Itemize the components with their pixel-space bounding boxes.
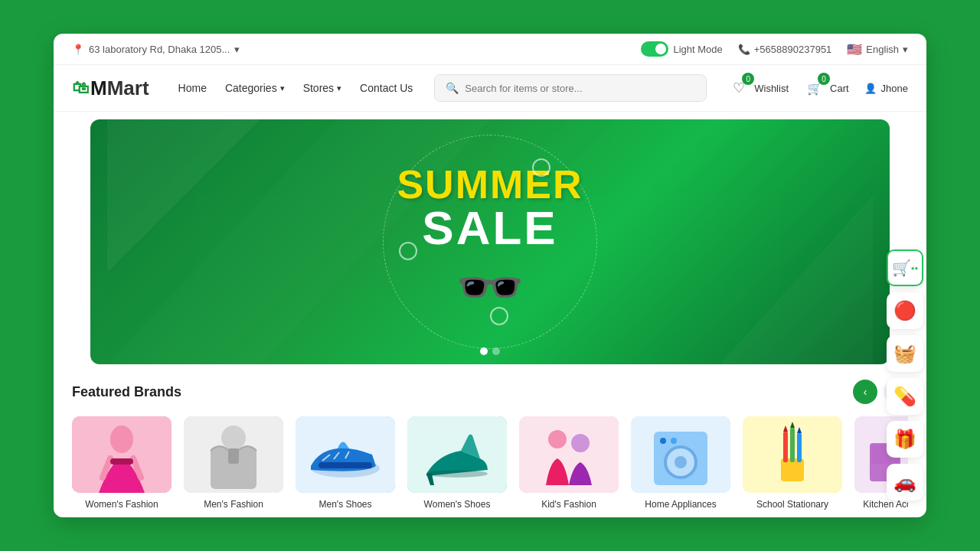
float-shop-icon[interactable]: 🛒●●: [887, 249, 923, 286]
hero-text: SUMMER SALE 🕶️: [397, 165, 583, 320]
featured-brands-section: Featured Brands ‹ ›: [54, 364, 926, 517]
svg-point-16: [548, 430, 567, 448]
brands-grid: Women's Fashion Men's Fashion: [72, 416, 908, 510]
svg-point-8: [221, 425, 246, 450]
toggle-thumb: [655, 44, 666, 54]
brand-label-mens-shoes: Men's Shoes: [319, 499, 372, 510]
section-header: Featured Brands ‹ ›: [72, 380, 908, 404]
language-selector[interactable]: 🇺🇸 English ▾: [847, 42, 908, 57]
brand-card-school-stationary[interactable]: School Stationary: [743, 416, 842, 510]
brand-img-school-stationary: [743, 416, 842, 493]
nav-categories[interactable]: Categories: [225, 82, 285, 94]
nav-links: Home Categories Stores Contact Us: [178, 82, 413, 94]
floating-side-icons: 🛒●● 🔴 🧺 💊 🎁 🚗: [887, 249, 926, 500]
user-menu[interactable]: Jhone: [864, 83, 908, 94]
wishlist-icon-circle: 0: [728, 77, 750, 99]
svg-rect-12: [318, 462, 372, 468]
phone-icon: [738, 44, 750, 55]
phone-number: +5658890237951: [754, 44, 832, 55]
address-text: 63 laboratory Rd, Dhaka 1205...: [89, 44, 230, 55]
language-chevron-icon: ▾: [903, 44, 908, 55]
brand-card-womens-shoes[interactable]: Women's Shoes: [407, 416, 507, 510]
float-medical-icon[interactable]: 💊: [887, 378, 923, 415]
brand-label-mens-fashion: Men's Fashion: [204, 499, 263, 510]
svg-point-22: [675, 456, 687, 468]
brand-label-womens-shoes: Women's Shoes: [424, 499, 491, 510]
hero-content: SUMMER SALE 🕶️: [383, 135, 597, 349]
user-name: Jhone: [881, 83, 908, 94]
navbar: 🛍 MMart Home Categories Stores Contact U…: [54, 65, 926, 112]
cart-badge: 0: [818, 73, 830, 85]
language-label: English: [866, 44, 899, 55]
location-icon: [72, 44, 84, 55]
brand-card-kids-fashion[interactable]: Kid's Fashion: [519, 416, 619, 510]
flag-icon: 🇺🇸: [847, 42, 862, 57]
cart-icon-circle: 0: [804, 77, 825, 99]
hero-circle: SUMMER SALE 🕶️: [383, 135, 597, 349]
phone-section: +5658890237951: [738, 44, 832, 55]
svg-rect-24: [671, 438, 677, 444]
logo-bag-icon: 🛍: [72, 78, 89, 98]
cart-label: Cart: [830, 83, 849, 94]
search-bar[interactable]: [434, 74, 707, 102]
brand-label-kitchen-accessories: Kitchen Accessories: [863, 499, 908, 510]
light-mode-toggle[interactable]: Light Mode: [641, 41, 722, 57]
brand-label-kids-fashion: Kid's Fashion: [541, 499, 596, 510]
brand-img-mens-fashion: [184, 416, 283, 493]
brand-card-mens-fashion[interactable]: Men's Fashion: [184, 416, 283, 510]
light-mode-label: Light Mode: [673, 44, 722, 55]
wishlist-button[interactable]: 0 Wishlist: [728, 77, 789, 99]
brand-img-kids: [519, 416, 619, 493]
user-icon: [864, 83, 877, 94]
summer-text: SUMMER: [397, 165, 583, 204]
search-input[interactable]: [465, 83, 695, 94]
top-bar: 63 laboratory Rd, Dhaka 1205... ▾ Light …: [54, 34, 926, 65]
brand-img-mens-shoes: [296, 416, 395, 493]
sunglasses-icon: 🕶️: [397, 255, 583, 320]
svg-rect-5: [110, 458, 133, 465]
brand-img-womens-shoes: [407, 416, 507, 493]
logo[interactable]: 🛍 MMart: [72, 77, 149, 100]
brand-label-home-appliances: Home Appliances: [645, 499, 716, 510]
brand-img-home-appliances: [631, 416, 730, 493]
svg-rect-15: [519, 416, 619, 493]
brand-img-womens-fashion: [72, 416, 172, 493]
hero-banner: SUMMER SALE 🕶️: [90, 119, 890, 364]
brand-card-womens-fashion[interactable]: Women's Fashion: [72, 416, 172, 510]
svg-rect-31: [797, 433, 802, 462]
logo-text: MMart: [90, 77, 149, 100]
svg-rect-9: [228, 448, 239, 464]
toggle-track[interactable]: [641, 41, 668, 57]
float-delivery-icon[interactable]: 🚗: [887, 464, 923, 500]
float-basket-icon[interactable]: 🧺: [887, 335, 923, 372]
top-bar-right: Light Mode +5658890237951 🇺🇸 English ▾: [641, 41, 908, 57]
svg-point-17: [571, 434, 590, 452]
brand-card-mens-shoes[interactable]: Men's Shoes: [296, 416, 395, 510]
brand-label-school-stationary: School Stationary: [756, 499, 828, 510]
wishlist-label: Wishlist: [754, 83, 789, 94]
chevron-down-icon: ▾: [234, 44, 240, 55]
nav-stores[interactable]: Stores: [303, 82, 341, 94]
wishlist-badge: 0: [742, 73, 754, 85]
float-gift-icon[interactable]: 🎁: [887, 421, 923, 458]
nav-contact[interactable]: Contact Us: [360, 82, 413, 94]
svg-marker-1: [720, 196, 873, 364]
search-icon: [446, 81, 459, 95]
cart-button[interactable]: 0 Cart: [804, 77, 849, 99]
small-circle-2: [399, 242, 417, 260]
nav-home[interactable]: Home: [178, 82, 207, 94]
section-title: Featured Brands: [72, 384, 181, 400]
svg-rect-29: [790, 428, 795, 462]
svg-point-14: [426, 470, 488, 478]
brand-card-home-appliances[interactable]: Home Appliances: [631, 416, 730, 510]
address-section[interactable]: 63 laboratory Rd, Dhaka 1205... ▾: [72, 44, 240, 55]
prev-arrow-button[interactable]: ‹: [853, 380, 877, 404]
nav-actions: 0 Wishlist 0 Cart Jhone: [728, 77, 908, 99]
sale-text: SALE: [397, 204, 583, 252]
float-fire-icon[interactable]: 🔴: [887, 292, 923, 329]
svg-point-4: [110, 425, 133, 453]
small-circle-1: [532, 158, 550, 177]
brand-label-womens-fashion: Women's Fashion: [85, 499, 158, 510]
svg-rect-27: [783, 432, 788, 462]
svg-rect-23: [660, 438, 666, 444]
